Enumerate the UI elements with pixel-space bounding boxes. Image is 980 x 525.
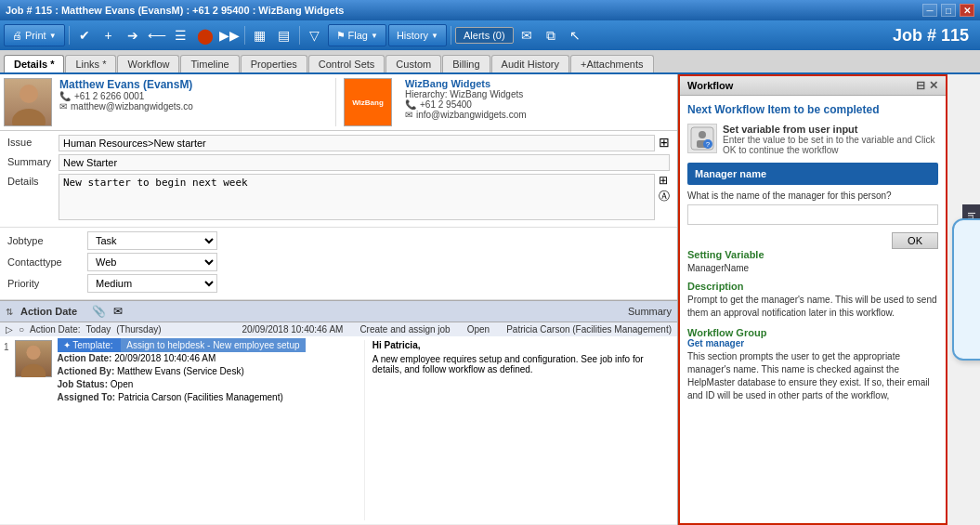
log-template-indicator: ✦ Template:: [58, 338, 122, 352]
workflow-input-title: Manager name: [695, 168, 766, 179]
priority-select[interactable]: Medium: [87, 274, 217, 293]
job-number: Job # 115: [893, 26, 976, 46]
tab-controlsets[interactable]: Control Sets: [308, 55, 385, 72]
workflow-setting-variable-name: ManagerName: [687, 262, 938, 275]
email-icon[interactable]: ✉: [516, 24, 538, 46]
action-date-today: Today: [86, 324, 111, 335]
workflow-ok-button[interactable]: OK: [892, 232, 938, 249]
jobtype-select[interactable]: Task: [87, 231, 217, 250]
tabs-bar: Details * Links * Workflow Timeline Prop…: [0, 50, 980, 74]
back-button[interactable]: ⟵: [146, 24, 168, 46]
add-button[interactable]: +: [98, 24, 120, 46]
tab-timeline[interactable]: Timeline: [180, 55, 239, 72]
separator2: [244, 26, 245, 45]
list-button[interactable]: ☰: [170, 24, 192, 46]
priority-label: Priority: [7, 278, 82, 289]
print-arrow-icon: ▼: [49, 32, 57, 40]
close-button[interactable]: ✕: [960, 4, 974, 17]
summary-input[interactable]: [59, 154, 670, 171]
jobtype-row: Jobtype Task: [7, 231, 670, 250]
summary-label: Summary: [7, 154, 59, 167]
attachment-icon[interactable]: 📎: [92, 305, 106, 318]
flag-button[interactable]: ⚑ Flag ▼: [328, 24, 386, 46]
contact-area: Matthew Evans (EvansM) 📞 +61 2 6266 0001…: [0, 74, 677, 131]
print-button[interactable]: 🖨 Print ▼: [4, 24, 65, 46]
tab-links[interactable]: Links *: [65, 55, 116, 72]
printer-icon: 🖨: [12, 30, 22, 41]
grid-button[interactable]: ▦: [249, 24, 271, 46]
fields-section: Issue ⊞ Summary Details ⊞ Ⓐ: [0, 131, 677, 228]
details-row: Details ⊞ Ⓐ: [7, 174, 670, 220]
workflow-pin-icon[interactable]: ⊟: [916, 79, 925, 92]
tab-audithistory[interactable]: Audit History: [491, 55, 569, 72]
maximize-button[interactable]: □: [941, 4, 956, 17]
contact-name: Matthew Evans (EvansM): [59, 78, 328, 91]
email-bar-icon[interactable]: ✉: [113, 305, 123, 318]
action-bar-summary-label: Summary: [628, 306, 672, 317]
template-label: Template:: [72, 340, 112, 350]
cursor-icon[interactable]: ↖: [564, 24, 586, 46]
workflow-step-row: ? Set variable from user input Enter the…: [687, 124, 938, 155]
tooltip-bubble: The workflow panel appears whenever a jo…: [952, 218, 980, 361]
workflow-panel-header: Workflow ⊟ ✕: [680, 76, 946, 96]
tab-billing[interactable]: Billing: [442, 55, 490, 72]
minimize-button[interactable]: ─: [922, 4, 937, 17]
avatar-image: [5, 79, 52, 126]
grid2-button[interactable]: ▤: [273, 24, 295, 46]
expand-icon[interactable]: ⊞: [659, 174, 670, 187]
contacttype-label: Contacttype: [7, 256, 82, 268]
expand-log-icon[interactable]: ▷: [6, 324, 13, 335]
workflow-body: Next Workflow Item to be completed ? Set…: [680, 96, 946, 523]
filter-icon: ▽: [304, 24, 326, 46]
contacttype-row: Contacttype Web: [7, 253, 670, 271]
summary-row: Summary: [7, 154, 670, 171]
tab-details[interactable]: Details *: [4, 55, 64, 72]
log-assignee: Patricia Carson (Facilities Management): [495, 324, 672, 335]
tab-properties[interactable]: Properties: [241, 55, 307, 72]
text-icon[interactable]: Ⓐ: [659, 189, 670, 204]
workflow-step-title: Set variable from user input: [723, 124, 938, 135]
copy-icon[interactable]: ⧉: [540, 24, 562, 46]
workflow-step-desc: Enter the value to be set in to the vari…: [723, 135, 938, 155]
history-button[interactable]: History ▼: [388, 24, 447, 46]
svg-point-5: [699, 131, 706, 138]
tab-custom[interactable]: Custom: [385, 55, 441, 72]
workflow-input-section: Manager name: [687, 163, 938, 185]
contacttype-select[interactable]: Web: [87, 253, 217, 271]
company-phone-icon: 📞: [405, 99, 416, 110]
svg-text:?: ?: [706, 140, 711, 149]
forward-button[interactable]: ➔: [122, 24, 144, 46]
log-job-status-row: Job Status: Open: [58, 379, 359, 389]
tab-attachments[interactable]: +Attachments: [570, 55, 654, 72]
workflow-group-name: Get manager: [687, 338, 938, 348]
contact-email: ✉ matthew@wizbangwidgets.co: [59, 101, 328, 112]
svg-point-1: [12, 109, 46, 126]
log-entry: 1 ✦ Template: Assign to helpdesk - New e…: [0, 336, 677, 525]
issue-icon[interactable]: ⊞: [659, 135, 670, 150]
left-panel: Matthew Evans (EvansM) 📞 +61 2 6266 0001…: [0, 74, 678, 525]
workflow-close-icon[interactable]: ✕: [929, 79, 938, 92]
contact-avatar: [4, 78, 52, 126]
workflow-manager-input[interactable]: [687, 204, 938, 225]
tab-workflow[interactable]: Workflow: [117, 55, 179, 72]
log-status: Open: [456, 324, 490, 335]
workflow-header-title: Workflow: [687, 80, 733, 91]
company-name: WizBang Widgets: [405, 78, 673, 89]
workflow-next-item-title: Next Workflow Item to be completed: [687, 103, 938, 116]
action-date-day: (Thursday): [116, 324, 161, 335]
details-label: Details: [7, 174, 59, 187]
alerts-badge[interactable]: Alerts (0): [455, 27, 514, 44]
phone-icon: 📞: [59, 91, 71, 101]
log-content: ✦ Template: Assign to helpdesk - New emp…: [58, 340, 359, 520]
checkmark-button[interactable]: ✔: [73, 24, 96, 46]
details-textarea[interactable]: [59, 174, 655, 220]
main-area: Matthew Evans (EvansM) 📞 +61 2 6266 0001…: [0, 74, 980, 525]
window-title: Job # 115 : Matthew Evans (EvansM) : +61…: [6, 5, 344, 16]
email-content: Hi Patricia, A new employee requires set…: [364, 340, 673, 520]
issue-input[interactable]: [59, 135, 655, 151]
log-action: Create and assign job: [348, 324, 450, 335]
dropdown-red-button[interactable]: ⬤: [194, 24, 216, 46]
workflow-step-icon: ?: [687, 124, 717, 153]
log-template-value: Assign to helpdesk - New employee setup: [121, 338, 305, 352]
forward2-button[interactable]: ▶▶: [218, 24, 241, 46]
